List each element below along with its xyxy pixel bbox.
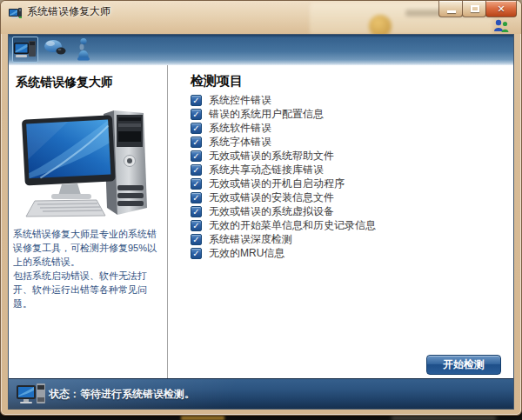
app-computer-icon	[9, 6, 23, 20]
client-area: 系统错误修复大师	[8, 34, 514, 410]
status-computer-icon	[16, 383, 47, 406]
checkbox-checked-icon[interactable]: ✓	[191, 164, 202, 176]
detection-item-row[interactable]: ✓ 系统字体错误	[191, 137, 376, 148]
detection-items-heading: 检测项目	[191, 73, 243, 90]
main-content: 系统错误修复大师	[9, 65, 513, 378]
detection-item-row[interactable]: ✓ 系统共享动态链接库错误	[191, 164, 376, 176]
toolbar	[9, 35, 513, 65]
checkbox-checked-icon[interactable]: ✓	[191, 248, 202, 259]
minimize-icon	[447, 10, 456, 13]
assistant-icon	[80, 38, 86, 44]
window-title: 系统错误修复大师	[27, 1, 110, 23]
detection-item-label: 无效的MRU信息	[209, 246, 284, 261]
detection-item-row[interactable]: ✓ 无效或错误的安装信息文件	[191, 192, 376, 203]
checkbox-checked-icon[interactable]: ✓	[191, 123, 202, 134]
checkbox-checked-icon[interactable]: ✓	[191, 150, 202, 162]
detection-item-row[interactable]: ✓ 无效或错误的开机自启动程序	[191, 178, 376, 190]
detection-item-row[interactable]: ✓ 系统软件错误	[191, 123, 376, 134]
detection-item-label: 无效或错误的系统虚拟设备	[209, 204, 334, 219]
close-icon: ✕	[486, 1, 516, 17]
titlebar: 系统错误修复大师 ✕	[1, 1, 521, 34]
app-description: 系统错误修复大师是专业的系统错误修复工具，可检测并修复95%以上的系统错误。 包…	[13, 227, 165, 310]
taskbar-highlight	[392, 416, 496, 420]
toolbar-system-repair-button[interactable]	[12, 37, 38, 63]
close-button[interactable]: ✕	[485, 1, 517, 17]
detection-item-label: 无效或错误的开机自启动程序	[209, 177, 345, 191]
desktop-computer-illustration	[22, 105, 156, 225]
checkbox-checked-icon[interactable]: ✓	[191, 109, 202, 120]
detection-item-row[interactable]: ✓ 无效或错误的系统帮助文件	[191, 150, 376, 162]
detection-item-label: 系统软件错误	[209, 121, 271, 136]
detection-item-label: 系统控件错误	[209, 93, 271, 108]
toolbar-assistant-button[interactable]	[75, 37, 92, 62]
background-window-icon	[369, 15, 392, 34]
checkbox-checked-icon[interactable]: ✓	[191, 234, 202, 245]
left-panel: 系统错误修复大师	[9, 65, 168, 378]
description-paragraph: 包括系统启动错误、软件无法打开、软件运行出错等各种常见问题。	[13, 269, 165, 310]
detection-item-row[interactable]: ✓ 无效的开始菜单信息和历史记录信息	[191, 220, 376, 231]
minimize-button[interactable]	[438, 1, 463, 17]
detection-item-row[interactable]: ✓ 系统控件错误	[191, 95, 376, 106]
start-detection-button[interactable]: 开始检测	[426, 355, 501, 375]
checkbox-checked-icon[interactable]: ✓	[191, 137, 202, 148]
detection-item-row[interactable]: ✓ 系统错误深度检测	[191, 234, 376, 245]
detection-item-label: 系统错误深度检测	[209, 232, 292, 247]
maximize-button[interactable]	[462, 1, 486, 17]
detection-item-label: 系统字体错误	[209, 135, 271, 150]
checkbox-checked-icon[interactable]: ✓	[191, 206, 202, 217]
checkbox-checked-icon[interactable]: ✓	[191, 178, 202, 190]
checkbox-checked-icon[interactable]: ✓	[191, 95, 202, 106]
detection-checklist: ✓ 系统控件错误 ✓ 错误的系统用户配置信息 ✓ 系统软件错误	[191, 95, 376, 262]
feedback-users-icon[interactable]	[493, 19, 510, 32]
detection-item-label: 无效或错误的安装信息文件	[209, 190, 334, 205]
right-panel: 检测项目 ✓ 系统控件错误 ✓ 错误的系统用户配置信息	[168, 65, 513, 378]
detection-item-label: 系统共享动态链接库错误	[209, 163, 324, 177]
detection-item-label: 无效或错误的系统帮助文件	[209, 149, 334, 163]
toolbar-mouse-button[interactable]	[44, 38, 67, 56]
detection-item-label: 错误的系统用户配置信息	[209, 107, 324, 122]
window-controls: ✕	[439, 1, 517, 17]
checkbox-checked-icon[interactable]: ✓	[191, 192, 202, 203]
taskbar-glow	[181, 416, 224, 420]
description-paragraph: 系统错误修复大师是专业的系统错误修复工具，可检测并修复95%以上的系统错误。	[13, 227, 165, 269]
maximize-icon	[471, 5, 479, 12]
checkbox-checked-icon[interactable]: ✓	[191, 220, 202, 231]
status-text: 状态：等待进行系统错误检测。	[49, 379, 195, 409]
detection-item-row[interactable]: ✓ 无效或错误的系统虚拟设备	[191, 206, 376, 217]
detection-item-label: 无效的开始菜单信息和历史记录信息	[209, 218, 376, 233]
system-repair-tool-icon	[14, 39, 37, 60]
statusbar: 状态：等待进行系统错误检测。	[9, 378, 513, 409]
app-title-heading: 系统错误修复大师	[16, 75, 113, 90]
detection-item-row[interactable]: ✓ 错误的系统用户配置信息	[191, 109, 376, 120]
detection-item-row[interactable]: ✓ 无效的MRU信息	[191, 248, 376, 259]
app-window: 系统错误修复大师 ✕	[0, 0, 522, 416]
